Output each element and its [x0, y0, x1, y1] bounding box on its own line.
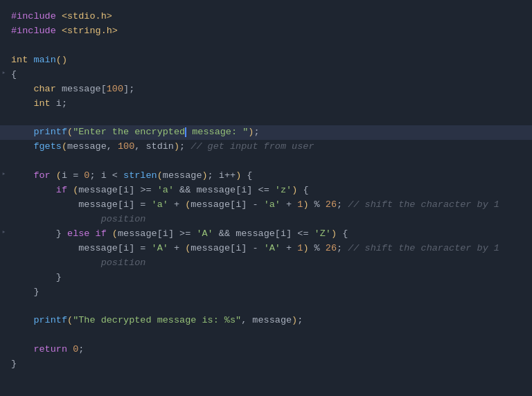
- code-line-3-text: [11, 39, 521, 53]
- code-line-10-text: fgets(message, 100, stdin); // get input…: [11, 140, 521, 154]
- code-line-7-text: int i;: [11, 97, 521, 111]
- code-line-14: message[i] = 'a' + (message[i] - 'a' + 1…: [0, 198, 532, 213]
- code-line-15: position: [0, 213, 532, 227]
- code-line-13: if (message[i] >= 'a' && message[i] <= '…: [0, 183, 532, 198]
- code-line-23-text: [11, 328, 521, 343]
- code-line-22: printf("The decrypted message is: %s", m…: [0, 314, 532, 328]
- code-line-23: [0, 328, 532, 343]
- code-line-11-text: [11, 154, 521, 169]
- code-line-24-text: return 0;: [11, 343, 521, 357]
- code-line-3: [0, 39, 532, 53]
- code-line-4: int main(): [0, 53, 532, 68]
- code-line-8-text: [11, 111, 521, 125]
- code-line-17: message[i] = 'A' + (message[i] - 'A' + 1…: [0, 242, 532, 256]
- code-line-14-text: message[i] = 'a' + (message[i] - 'a' + 1…: [11, 198, 521, 213]
- code-line-4-text: int main(): [11, 53, 521, 68]
- code-line-25-text: }: [11, 357, 521, 372]
- code-line-24: return 0;: [0, 343, 532, 357]
- code-line-2: #include <string.h>: [0, 24, 532, 39]
- arrow-5: ‣: [1, 68, 6, 80]
- code-line-15-text: position: [11, 213, 521, 227]
- code-line-11: [0, 154, 532, 169]
- code-line-19-text: }: [11, 271, 521, 285]
- code-line-17-text: message[i] = 'A' + (message[i] - 'A' + 1…: [11, 242, 521, 256]
- code-line-6: char message[100];: [0, 82, 532, 97]
- code-line-12-text: for (i = 0; i < strlen(message); i++) {: [11, 169, 521, 183]
- arrow-12: ‣: [1, 169, 6, 181]
- code-line-8: [0, 111, 532, 125]
- code-line-7: int i;: [0, 97, 532, 111]
- code-line-20: }: [0, 285, 532, 300]
- code-line-25: }: [0, 357, 532, 372]
- code-line-1: #include <stdio.h>: [0, 10, 532, 24]
- code-line-5: ‣ {: [0, 68, 532, 82]
- code-line-18-text: position: [11, 256, 521, 271]
- code-line-20-text: }: [11, 285, 521, 300]
- code-line-21: [0, 299, 532, 314]
- code-line-9: printf("Enter the encrypted message: ");: [0, 125, 532, 140]
- code-line-1-text: #include <stdio.h>: [11, 10, 521, 24]
- code-line-9-text: printf("Enter the encrypted message: ");: [11, 125, 521, 140]
- code-line-5-text: {: [11, 68, 521, 82]
- code-line-16: ‣ } else if (message[i] >= 'A' && messag…: [0, 227, 532, 242]
- code-line-2-text: #include <string.h>: [11, 24, 521, 39]
- code-line-18: position: [0, 256, 532, 271]
- code-line-16-text: } else if (message[i] >= 'A' && message[…: [11, 227, 521, 242]
- code-line-21-text: [11, 299, 521, 314]
- arrow-16: ‣: [1, 227, 6, 239]
- code-line-12: ‣ for (i = 0; i < strlen(message); i++) …: [0, 169, 532, 183]
- code-line-6-text: char message[100];: [11, 82, 521, 97]
- code-line-13-text: if (message[i] >= 'a' && message[i] <= '…: [11, 183, 521, 198]
- code-editor: #include <stdio.h> #include <string.h> i…: [0, 0, 532, 396]
- code-line-19: }: [0, 271, 532, 285]
- code-line-10: fgets(message, 100, stdin); // get input…: [0, 140, 532, 154]
- code-line-22-text: printf("The decrypted message is: %s", m…: [11, 314, 521, 328]
